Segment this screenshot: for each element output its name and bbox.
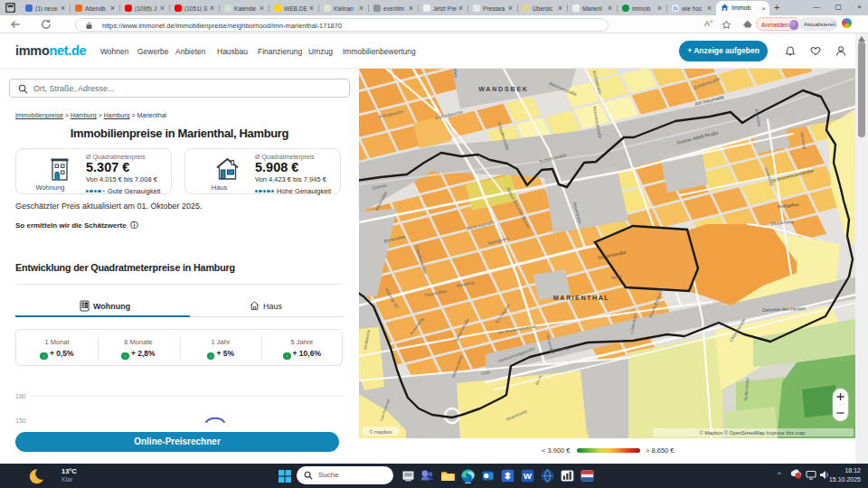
svg-text:W: W <box>524 472 532 481</box>
svg-text:WANDSBEK: WANDSBEK <box>478 85 529 93</box>
svg-text:© Mapbox © OpenStreetMap Impro: © Mapbox © OpenStreetMap Improve this ma… <box>700 430 806 436</box>
svg-text:MARIENTHAL: MARIENTHAL <box>553 294 610 302</box>
svg-text:© mapbox: © mapbox <box>369 429 392 435</box>
